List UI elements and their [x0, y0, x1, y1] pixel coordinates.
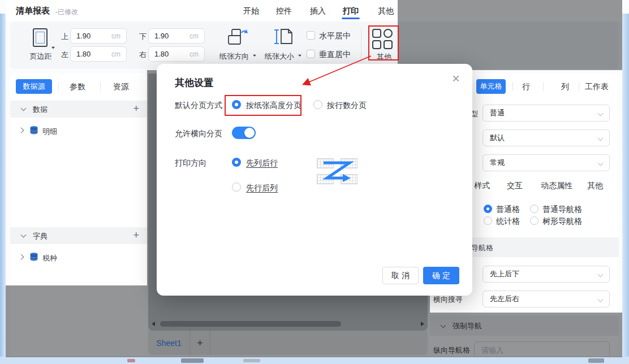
celltype-stat-label[interactable]: 统计格	[496, 216, 520, 227]
chevron-down-icon	[598, 135, 604, 141]
direction-label: 打印方向	[175, 158, 206, 168]
tab-cell-label: 单元格	[480, 81, 502, 92]
nav-horizontal-dropdown[interactable]: 先左后右	[482, 291, 610, 307]
cancel-button[interactable]: 取 消	[382, 267, 419, 284]
tab-worksheet[interactable]: 工作表	[585, 82, 609, 92]
direction-row-first-label[interactable]: 先行后列	[246, 183, 278, 193]
margin-top-label: 上	[61, 32, 68, 42]
tab-row[interactable]: 行	[522, 82, 530, 92]
center-vertical-label[interactable]: 垂直居中	[319, 50, 351, 60]
center-vertical-checkbox[interactable]	[307, 50, 315, 58]
nav-vertical-dropdown[interactable]: 先上后下	[482, 266, 610, 283]
tree-item-shuizhong[interactable]: 税种	[10, 250, 147, 265]
tab-insert[interactable]: 插入	[310, 6, 326, 16]
tree-item-label: 明细	[42, 127, 57, 137]
paper-size-caret-icon	[298, 55, 301, 57]
format-dropdown[interactable]: 常规	[482, 154, 610, 171]
collapse-icon[interactable]	[21, 106, 27, 111]
right-tabs-divider	[543, 82, 544, 91]
ok-button[interactable]: 确 定	[423, 267, 459, 284]
subtab-style[interactable]: 样式	[474, 181, 490, 191]
celltype-normal-radio[interactable]	[484, 205, 492, 213]
toggle-knob	[244, 128, 255, 138]
chevron-down-icon	[598, 271, 604, 277]
tab-resources[interactable]: 资源	[113, 82, 129, 92]
celltype-stat-radio[interactable]	[484, 216, 492, 225]
direction-col-first-label[interactable]: 先列后行	[246, 158, 278, 168]
direction-row-first-radio[interactable]	[232, 183, 241, 192]
app-window: 清单报表 -已修改 开始 控件 插入 打印 其他 页边距 上 1.90cm 下 …	[0, 0, 629, 364]
format-value: 常规	[490, 158, 505, 168]
celltype-normalnav-label[interactable]: 普通导航格	[542, 205, 582, 215]
margin-left-field[interactable]: 1.80cm	[70, 46, 127, 62]
allow-horizontal-toggle[interactable]	[232, 127, 256, 139]
chevron-down-icon	[598, 296, 604, 302]
style-preset-value: 默认	[490, 133, 505, 143]
tab-datasource-label: 数据源	[23, 81, 45, 92]
tab-print-underline	[342, 18, 360, 19]
nav-horizontal-label: 横向搜寻	[433, 294, 463, 305]
celltype-treenav-label[interactable]: 树形导航格	[542, 216, 582, 227]
collapse-icon[interactable]	[21, 232, 27, 238]
subtab-other[interactable]: 其他	[587, 181, 603, 191]
direction-col-first-radio[interactable]	[232, 158, 241, 167]
tab-params[interactable]: 参数	[70, 82, 85, 92]
tab-print[interactable]: 打印	[343, 6, 359, 16]
margin-right-field[interactable]: 1.80cm	[148, 46, 205, 62]
cell-type-dropdown[interactable]: 普通	[482, 105, 610, 122]
paper-orientation-icon[interactable]	[226, 27, 249, 49]
add-dict-button[interactable]: +	[133, 229, 139, 241]
page-margin-label[interactable]: 页边距	[27, 51, 54, 62]
paper-size-icon[interactable]	[272, 27, 294, 49]
tree-item-label: 税种	[42, 253, 57, 263]
subtab-dynamic[interactable]: 动态属性	[541, 181, 572, 191]
paper-orientation-label[interactable]: 纸张方向	[219, 51, 249, 62]
add-data-button[interactable]: +	[133, 103, 139, 115]
pagination-label: 默认分页方式	[175, 101, 222, 111]
cell-type-value: 普通	[490, 108, 505, 118]
section-dict-header[interactable]: 字典 +	[10, 227, 147, 244]
annotation-highlight-box	[225, 95, 301, 116]
tab-controls[interactable]: 控件	[276, 6, 292, 16]
tab-home[interactable]: 开始	[243, 6, 259, 16]
celltype-normal-label[interactable]: 普通格	[496, 205, 520, 215]
paper-size-label[interactable]: 纸张大小	[265, 51, 294, 62]
tab-column[interactable]: 列	[561, 82, 569, 92]
tree-item-mingxi[interactable]: 明细	[10, 123, 147, 138]
celltype-normalnav-radio[interactable]	[530, 205, 538, 213]
database-icon	[29, 125, 38, 135]
expand-icon[interactable]	[19, 128, 24, 133]
nav-horizontal-value: 先左后右	[490, 294, 519, 304]
close-icon[interactable]: ×	[452, 72, 460, 85]
page-margin-icon[interactable]	[33, 28, 48, 47]
paginate-by-rows-radio[interactable]	[313, 100, 322, 109]
section-data-title: 数据	[33, 105, 48, 115]
desktop-edge-left	[0, 14, 6, 364]
allow-horizontal-label: 允许横向分页	[175, 129, 222, 139]
paginate-by-rows-label[interactable]: 按行数分页	[327, 101, 367, 111]
celltype-treenav-radio[interactable]	[530, 216, 538, 225]
margin-top-field[interactable]: 1.90cm	[70, 28, 127, 44]
style-preset-dropdown[interactable]: 默认	[482, 129, 610, 146]
paper-orientation-caret-icon	[253, 55, 256, 57]
subtab-interaction[interactable]: 交互	[507, 181, 523, 191]
modal-title: 其他设置	[175, 76, 213, 89]
modified-badge: -已修改	[55, 7, 78, 17]
expand-icon[interactable]	[19, 254, 24, 260]
center-horizontal-label[interactable]: 水平居中	[319, 31, 351, 41]
print-order-illustration	[314, 155, 360, 189]
toolbar-divider	[361, 28, 361, 61]
section-dict-title: 字典	[33, 231, 48, 241]
desktop-edge-bottom	[0, 357, 629, 364]
tab-other[interactable]: 其他	[378, 6, 394, 16]
section-data-header[interactable]: 数据 +	[10, 101, 147, 118]
margin-bottom-field[interactable]: 1.90cm	[148, 28, 205, 44]
left-tabs-divider	[100, 82, 101, 91]
tab-datasource[interactable]: 数据源	[16, 79, 52, 94]
center-horizontal-checkbox[interactable]	[307, 31, 315, 40]
dim-overlay	[6, 285, 147, 357]
margin-bottom-label: 下	[139, 32, 147, 42]
tab-cell[interactable]: 单元格	[476, 79, 506, 94]
nav-section-title: 导航格	[471, 243, 493, 253]
margin-left-label: 左	[61, 50, 68, 60]
